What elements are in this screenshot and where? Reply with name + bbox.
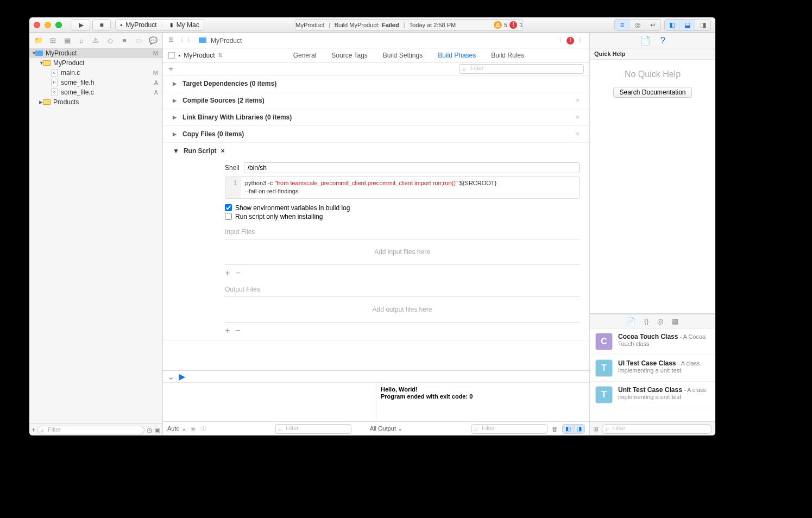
tree-file-row[interactable]: c main.c M [29, 68, 162, 78]
shell-path-input[interactable] [244, 162, 580, 173]
phase-run-script-header[interactable]: ▼Run Script× [173, 147, 580, 155]
show-variables-button[interactable]: ◧ [563, 425, 574, 433]
tab-build-rules[interactable]: Build Rules [491, 52, 524, 59]
quick-help-heading: Quick Help [590, 48, 715, 59]
print-icon[interactable]: ⓘ [200, 425, 206, 433]
toggle-navigator-button[interactable]: ◧ [665, 20, 680, 30]
find-navigator-icon[interactable]: ⌕ [76, 35, 87, 46]
tab-build-settings[interactable]: Build Settings [383, 52, 423, 59]
add-phase-button[interactable]: + [168, 64, 173, 74]
version-editor-button[interactable]: ↩ [645, 20, 660, 30]
library-item[interactable]: T UI Test Case Class - A class implement… [590, 355, 715, 382]
standard-editor-button[interactable]: ≡ [615, 20, 630, 30]
phase-copy-files[interactable]: ▶Copy Files (0 items)× [163, 126, 589, 143]
variables-filter-input[interactable]: Filter [275, 424, 351, 434]
show-console-button[interactable]: ◨ [574, 425, 584, 433]
remove-phase-button[interactable]: × [576, 130, 580, 138]
symbol-navigator-icon[interactable]: ▤ [62, 35, 73, 46]
toggle-debug-button[interactable]: ⬓ [680, 20, 695, 30]
tab-build-phases[interactable]: Build Phases [438, 52, 476, 59]
go-forward-icon[interactable]: 〉 [186, 36, 194, 45]
remove-phase-button[interactable]: × [576, 97, 580, 104]
library-grid-icon[interactable]: ⊞ [593, 425, 599, 433]
tree-project-row[interactable]: ▼ MyProduct M [29, 48, 162, 58]
run-button[interactable]: ▶ [72, 19, 90, 31]
tree-products-row[interactable]: ▶ Products [29, 97, 162, 107]
quick-help-inspector-icon[interactable]: ? [660, 36, 665, 46]
console-output[interactable]: Hello, World! Program ended with exit co… [376, 383, 589, 421]
crumb-item[interactable]: MyProduct [211, 37, 242, 45]
add-output-file-button[interactable]: + [225, 326, 230, 336]
report-navigator-icon[interactable]: 💬 [148, 35, 159, 46]
tree-group-row[interactable]: ▼ MyProduct [29, 58, 162, 68]
library-item[interactable]: C Cocoa Touch Class - A Cocoa Touch clas… [590, 329, 715, 355]
zoom-window-button[interactable] [55, 22, 62, 28]
status-project: MyProduct [295, 22, 324, 28]
project-icon [199, 37, 206, 43]
tab-row: General Source Tags Build Settings Build… [228, 52, 589, 59]
phase-target-dependencies[interactable]: ▶Target Dependencies (0 items) [163, 75, 589, 92]
tab-source-tags[interactable]: Source Tags [331, 52, 368, 59]
related-items-icon[interactable]: ⊞ [167, 36, 175, 45]
project-tree: ▼ MyProduct M ▼ MyProduct c main.c M h [29, 48, 162, 424]
go-back-icon[interactable]: 〈 [176, 36, 185, 45]
search-documentation-button[interactable]: Search Documentation [613, 87, 691, 98]
remove-output-file-button[interactable]: − [235, 326, 240, 336]
tree-file-row[interactable]: c some_file.c A [29, 87, 162, 97]
target-selector[interactable]: ▪ MyProduct ⇅ [163, 52, 228, 59]
tab-general[interactable]: General [293, 52, 317, 59]
tree-file-label: some_file.c [61, 89, 94, 96]
prev-issue-icon[interactable]: 〈 [556, 36, 562, 45]
toggle-inspector-button[interactable]: ◨ [695, 20, 710, 30]
show-env-label: Show environment variables in build log [235, 204, 350, 212]
continue-icon[interactable]: ▶ [179, 371, 185, 382]
output-scope-selector[interactable]: All Output ⌄ [370, 425, 402, 432]
minimize-window-button[interactable] [45, 22, 51, 28]
phase-compile-sources[interactable]: ▶Compile Sources (2 items)× [163, 92, 589, 109]
tree-file-row[interactable]: h some_file.h A [29, 78, 162, 87]
add-button[interactable]: + [32, 426, 35, 434]
library-item[interactable]: T Unit Test Case Class - A class impleme… [590, 382, 715, 408]
debug-navigator-icon[interactable]: ≡ [119, 35, 130, 46]
install-only-checkbox[interactable] [225, 213, 232, 220]
toggle-breakpoints-icon[interactable]: ⌄ [167, 371, 174, 382]
remove-phase-button[interactable]: × [576, 113, 580, 121]
show-env-checkbox[interactable] [225, 204, 232, 211]
add-input-file-button[interactable]: + [225, 268, 230, 278]
file-template-library-icon[interactable]: 📄 [627, 317, 635, 325]
breakpoint-navigator-icon[interactable]: ▭ [133, 35, 144, 46]
remove-phase-button[interactable]: × [221, 147, 225, 155]
quicklook-icon[interactable]: ◉ [191, 425, 196, 432]
close-window-button[interactable] [34, 22, 40, 28]
phase-link-binary[interactable]: ▶Link Binary With Libraries (0 items)× [163, 109, 589, 126]
script-editor[interactable]: 1 python3 -c "from teamscale_precommit_c… [225, 176, 580, 199]
console-filter-input[interactable]: Filter [471, 424, 547, 434]
library-list[interactable]: C Cocoa Touch Class - A Cocoa Touch clas… [590, 328, 715, 421]
library-item-title: UI Test Case Class [618, 359, 676, 367]
output-files-dropzone[interactable]: Add output files here [225, 296, 580, 323]
clear-console-icon[interactable]: 🗑 [552, 426, 558, 432]
project-navigator-icon[interactable]: 📁 [33, 35, 44, 46]
test-navigator-icon[interactable]: ◇ [105, 35, 116, 46]
recent-filter-icon[interactable]: ◷ [147, 426, 152, 434]
library-filter-input[interactable]: Filter [602, 424, 712, 434]
code-snippet-library-icon[interactable]: {} [644, 317, 649, 325]
navigator-filter-input[interactable]: Filter [37, 426, 144, 434]
scheme-selector[interactable]: ▪ MyProduct 〉 ▮ My Mac [115, 19, 204, 31]
activity-view[interactable]: MyProduct | Build MyProduct: Failed | To… [295, 19, 523, 31]
issue-navigator-icon[interactable]: ⚠ [90, 35, 101, 46]
library-item-icon: T [595, 359, 613, 377]
source-control-navigator-icon[interactable]: ⊞ [47, 35, 58, 46]
variables-view[interactable] [163, 383, 376, 421]
variables-scope-selector[interactable]: Auto ⌄ [167, 425, 186, 432]
remove-input-file-button[interactable]: − [235, 268, 240, 278]
file-inspector-icon[interactable]: 📄 [640, 35, 651, 46]
assistant-editor-button[interactable]: ◎ [630, 20, 645, 30]
next-issue-icon[interactable]: 〉 [578, 36, 585, 45]
phase-filter-input[interactable]: Filter [459, 64, 584, 74]
media-library-icon[interactable]: ▦ [672, 317, 678, 325]
scm-filter-icon[interactable]: ▣ [154, 426, 160, 434]
object-library-icon[interactable]: ◎ [657, 317, 663, 325]
input-files-dropzone[interactable]: Add input files here [225, 239, 580, 265]
stop-button[interactable]: ■ [92, 19, 111, 31]
